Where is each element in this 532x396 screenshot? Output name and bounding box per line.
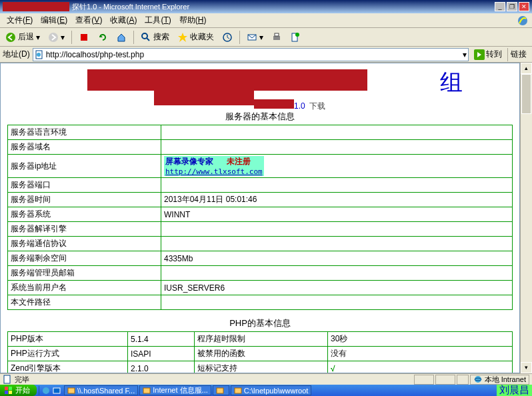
go-label: 转到	[486, 49, 502, 60]
menu-v[interactable]: 查看(V)	[71, 14, 106, 26]
table-value	[161, 237, 513, 251]
go-button[interactable]: 转到	[471, 47, 505, 61]
edit-button[interactable]	[287, 31, 303, 44]
search-icon	[141, 32, 151, 43]
stop-button[interactable]	[76, 31, 92, 44]
table-label: 服务端通信协议	[8, 237, 161, 251]
mail-button[interactable]: ▾	[244, 31, 266, 44]
taskbar-item[interactable]: \\.host\Shared F...	[64, 385, 138, 395]
forward-icon	[48, 32, 59, 43]
svg-rect-26	[217, 388, 223, 393]
browser-viewport: 组 1.0 下载 服务器的基本信息 服务器语言环境服务器域名服务器ip地址屏幕录…	[0, 63, 520, 373]
table-label: PHP版本	[8, 332, 128, 347]
links-button[interactable]: 链接	[507, 48, 529, 61]
section-title: PHP的基本信息	[8, 315, 513, 332]
scroll-up-button[interactable]: ▴	[521, 63, 532, 74]
print-button[interactable]	[269, 31, 285, 44]
svg-rect-3	[81, 34, 87, 41]
back-button[interactable]: 后退 ▾	[3, 30, 43, 44]
table-label: 短标记支持	[195, 361, 328, 374]
start-label: 开始	[15, 385, 30, 395]
scroll-thumb[interactable]	[521, 74, 531, 114]
scroll-down-button[interactable]: ▾	[521, 362, 532, 373]
address-label: 地址(D)	[3, 49, 30, 60]
svg-point-22	[43, 387, 49, 394]
table-value	[161, 140, 513, 155]
table-label: 被禁用的函数	[195, 347, 328, 361]
php-info-table: PHP的基本信息 PHP版本5.1.4程序超时限制30秒PHP运行方式ISAPI…	[7, 315, 513, 373]
page-heading: 组 1.0 下载	[7, 66, 513, 106]
menu-h[interactable]: 帮助(H)	[175, 14, 211, 26]
svg-point-13	[37, 53, 41, 57]
svg-point-0	[518, 16, 527, 25]
dropdown-icon: ▾	[36, 33, 40, 42]
taskbar-item[interactable]: C:\Inetpub\wwwroot	[231, 385, 312, 395]
server-info-table: 服务器的基本信息 服务器语言环境服务器域名服务器ip地址屏幕录像专家未注册htt…	[7, 109, 513, 310]
table-label: PHP运行方式	[8, 347, 128, 361]
download-link[interactable]: 下载	[309, 101, 325, 111]
quicklaunch-icon[interactable]	[41, 386, 51, 395]
menu-t[interactable]: 工具(T)	[141, 14, 175, 26]
table-value: 4335Mb	[161, 251, 513, 266]
intranet-icon	[473, 375, 483, 384]
forward-button[interactable]: ▾	[45, 31, 67, 44]
back-icon	[5, 32, 16, 43]
table-value: 没有	[328, 347, 513, 361]
svg-rect-27	[235, 388, 241, 393]
svg-point-2	[49, 33, 58, 42]
table-label: 服务器语言环境	[8, 125, 161, 140]
history-button[interactable]	[219, 31, 235, 44]
quicklaunch-icon[interactable]	[52, 386, 61, 395]
svg-rect-9	[275, 33, 279, 36]
table-label: 服务器ip地址	[8, 155, 161, 178]
svg-rect-21	[9, 391, 12, 394]
table-label: Zend引擎版本	[8, 361, 128, 374]
svg-line-5	[147, 38, 149, 41]
print-icon	[271, 32, 282, 43]
table-value	[161, 125, 513, 140]
edit-icon	[290, 32, 301, 43]
refresh-button[interactable]	[95, 31, 111, 44]
table-value: √	[328, 361, 513, 374]
menu-f[interactable]: 文件(F)	[3, 14, 37, 26]
table-value: ISAPI	[128, 347, 195, 361]
favorites-button[interactable]: 收藏夹	[175, 30, 217, 44]
dropdown-icon[interactable]: ▾	[463, 50, 467, 59]
close-button[interactable]: ✕	[519, 2, 529, 11]
status-pane	[457, 375, 469, 385]
home-button[interactable]	[113, 31, 129, 44]
mail-icon	[247, 32, 257, 43]
status-pane	[414, 375, 434, 385]
status-bar: 完毕 本地 Intranet	[0, 373, 532, 385]
vertical-scrollbar[interactable]: ▴ ▾	[520, 63, 532, 373]
taskbar-item[interactable]: Internet 信息服...	[139, 385, 211, 395]
back-label: 后退	[18, 31, 34, 43]
table-label: 服务器系统	[8, 207, 161, 222]
dropdown-icon: ▾	[61, 33, 65, 42]
search-button[interactable]: 搜索	[138, 30, 172, 44]
star-icon	[177, 32, 188, 43]
refresh-icon	[97, 32, 108, 43]
security-zone: 本地 Intranet	[470, 375, 529, 385]
table-label: 服务器时间	[8, 193, 161, 207]
maximize-button[interactable]: ❐	[507, 2, 517, 11]
address-input-wrapper: ▾	[33, 48, 469, 61]
menubar: 文件(F)编辑(E)查看(V)收藏(A)工具(T)帮助(H)	[0, 13, 532, 28]
menu-a[interactable]: 收藏(A)	[106, 14, 141, 26]
svg-rect-24	[68, 388, 75, 393]
svg-rect-15	[4, 375, 10, 383]
taskbar: 开始 \\.host\Shared F...Internet 信息服...C:\…	[0, 385, 532, 396]
svg-point-1	[6, 33, 15, 42]
svg-point-11	[295, 33, 299, 37]
minimize-button[interactable]: _	[495, 2, 505, 11]
table-value: 2013年04月11日 05:01:46	[161, 193, 513, 207]
redacted-title-icon	[3, 2, 69, 11]
redaction-icon	[254, 99, 294, 109]
zone-label: 本地 Intranet	[485, 375, 526, 385]
menu-e[interactable]: 编辑(E)	[37, 14, 71, 26]
svg-rect-19	[9, 387, 12, 390]
start-button[interactable]: 开始	[0, 385, 37, 396]
address-input[interactable]	[46, 50, 463, 59]
taskbar-item[interactable]	[213, 385, 229, 395]
heading-fragment: 组	[440, 67, 463, 98]
